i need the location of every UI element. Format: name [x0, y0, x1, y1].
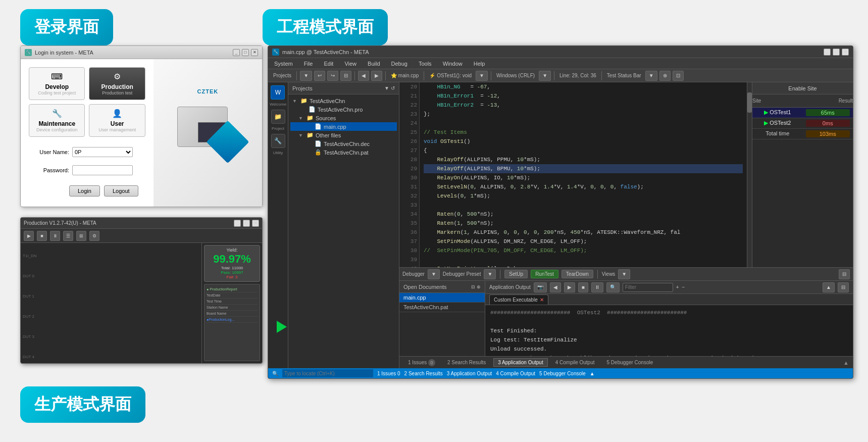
site-status-panel: Enable Site Site Result ▶ OSTest1: [752, 82, 853, 267]
tree-item-root[interactable]: ▼ 📁 TestActiveChn: [290, 96, 397, 105]
btab-debugger-console[interactable]: 5 Debugger Console: [602, 358, 658, 367]
login-close-btn[interactable]: ✕: [251, 49, 258, 56]
menu-view[interactable]: View: [342, 60, 359, 68]
output-area[interactable]: ######################## OSTest2 #######…: [485, 305, 853, 356]
login-button[interactable]: Login: [69, 185, 100, 197]
nav-project-btn[interactable]: 📁: [271, 110, 285, 124]
toolbar-filter-btn[interactable]: ▼: [300, 71, 312, 81]
custom-exec-tab[interactable]: Custom Executable ✕: [489, 294, 548, 305]
prod-minimize-btn[interactable]: _: [234, 220, 241, 227]
locate-input[interactable]: [282, 369, 373, 377]
tree-item-sources[interactable]: ▼ 📁 Sources: [290, 114, 397, 122]
doc-item-pat[interactable]: TestActiveChn.pat: [399, 303, 485, 312]
tree-item-others[interactable]: ▼ 📁 Other files: [290, 131, 397, 139]
eng-maximize-btn[interactable]: □: [833, 48, 840, 56]
output-pause-btn[interactable]: ⏸: [591, 282, 603, 292]
prod-settings-btn[interactable]: ⚙: [89, 231, 99, 241]
develop-button[interactable]: ⌨ Develop Coding test project: [29, 67, 85, 100]
prod-maximize-btn[interactable]: □: [243, 220, 250, 227]
output-prev-btn[interactable]: ◀: [550, 282, 561, 292]
tree-item-pat[interactable]: 🔒 TestActiveChn.pat: [290, 148, 397, 157]
btab-search[interactable]: 2 Search Results: [443, 358, 490, 367]
engineering-toolbar: Projects ▼ ↩ ↪ ⊟ ◀ ▶ ⭐ main.cpp ⚡ OSTest…: [268, 69, 853, 82]
output-dock-btn[interactable]: ⊟: [838, 282, 849, 292]
site-row-2[interactable]: ▶ OSTest2 0ms: [752, 118, 853, 129]
menu-tools[interactable]: Tools: [417, 60, 434, 68]
prod-grid-btn[interactable]: ⊞: [76, 231, 86, 241]
toolbar-nav-right[interactable]: ▶: [371, 71, 382, 81]
teardown-button[interactable]: TearDown: [561, 270, 593, 278]
output-minus-btn[interactable]: −: [682, 284, 685, 290]
btab-app-output[interactable]: 3 Application Output: [493, 358, 548, 367]
output-stop-btn[interactable]: ■: [578, 282, 588, 292]
setup-button[interactable]: SetUp: [504, 270, 528, 278]
menu-file[interactable]: File: [302, 60, 315, 68]
logout-button[interactable]: Logout: [104, 185, 138, 197]
output-filter-input[interactable]: [623, 283, 673, 292]
doc-item-maincpp[interactable]: main.cpp: [399, 293, 485, 303]
toolbar-func-dropdown[interactable]: ▼: [476, 71, 488, 81]
menu-window[interactable]: Window: [441, 60, 465, 68]
btab-issues[interactable]: 1 Issues 0: [403, 358, 440, 368]
menu-build[interactable]: Build: [366, 60, 382, 68]
btab-compile[interactable]: 4 Compile Output: [551, 358, 599, 367]
login-maximize-btn[interactable]: □: [242, 49, 249, 56]
eng-minimize-btn[interactable]: _: [824, 48, 831, 56]
projects-filter-btn[interactable]: ▼: [384, 85, 389, 91]
docs-close-btn[interactable]: ⊕: [477, 284, 481, 289]
site-row-1[interactable]: ▶ OSTest1 65ms: [752, 108, 853, 118]
toolbar-back-btn[interactable]: ↩: [314, 71, 325, 81]
toolbar-close-tab[interactable]: ⊕: [659, 71, 671, 81]
runtest-button[interactable]: RunTest: [531, 270, 558, 278]
status-search-icon[interactable]: 🔍: [272, 371, 278, 376]
views-dropdown[interactable]: ▼: [618, 269, 630, 279]
toolbar-dock-btn[interactable]: ⊟: [340, 71, 351, 81]
debugger-preset-dropdown[interactable]: ▼: [484, 269, 496, 279]
prod-stop-btn[interactable]: ■: [37, 231, 47, 241]
output-search-btn[interactable]: 🔍: [606, 282, 620, 292]
tree-item-pro[interactable]: 📄 TestActiveChn.pro: [290, 105, 397, 114]
menu-edit[interactable]: Edit: [322, 60, 335, 68]
output-cam-btn[interactable]: 📷: [534, 282, 547, 292]
projects-sync-btn[interactable]: ↺: [391, 85, 395, 91]
username-select[interactable]: 0P: [72, 147, 133, 157]
menu-help[interactable]: Help: [472, 60, 487, 68]
prod-pause-btn[interactable]: ⏸: [50, 231, 60, 241]
login-title: Login in system - META: [35, 50, 93, 56]
editor-scrollbar-thumb[interactable]: [747, 92, 752, 113]
output-expand-btn[interactable]: ▲: [823, 282, 835, 292]
toolbar-status-dropdown[interactable]: ▼: [645, 71, 657, 81]
user-button[interactable]: 👤 User User management: [89, 104, 145, 137]
tree-item-dec[interactable]: 📄 TestActiveChn.dec: [290, 139, 397, 148]
toolbar-fwd-btn[interactable]: ↪: [327, 71, 338, 81]
nav-welcome-btn[interactable]: W: [271, 85, 285, 100]
debugger-dropdown[interactable]: ▼: [428, 269, 440, 279]
code-editor[interactable]: 2021222324 2526272829 3031323334 3536373…: [399, 82, 752, 267]
toolbar-nav-left[interactable]: ◀: [358, 71, 369, 81]
editor-scrollbar[interactable]: [747, 82, 752, 267]
custom-exec-close[interactable]: ✕: [540, 297, 544, 303]
production-sub: Production test: [92, 90, 141, 95]
toolbar-enc-dropdown[interactable]: ▼: [539, 71, 551, 81]
nav-utility-btn[interactable]: 🔧: [271, 134, 285, 148]
login-minimize-btn[interactable]: _: [233, 49, 240, 56]
production-button[interactable]: ⚙ Production Production test: [89, 67, 145, 100]
docs-dock-btn[interactable]: ⊟: [471, 284, 475, 289]
maintenance-button[interactable]: 🔧 Maintenance Device configuration: [29, 104, 85, 137]
prod-close-btn[interactable]: ✕: [252, 220, 259, 227]
prod-play-btn[interactable]: ▶: [24, 231, 34, 241]
menu-debug[interactable]: Debug: [389, 60, 410, 68]
status-arrow-up[interactable]: ▲: [590, 371, 595, 376]
output-run-btn[interactable]: ▶: [564, 282, 575, 292]
tree-item-maincpp[interactable]: 📄 main.cpp: [290, 122, 397, 131]
btab-up-arrow[interactable]: ▲: [843, 360, 849, 366]
report-item-5: Board Name: [207, 311, 258, 317]
prod-list-btn[interactable]: ☰: [63, 231, 73, 241]
password-input[interactable]: [72, 165, 133, 175]
output-plus-btn[interactable]: +: [676, 284, 679, 290]
code-content[interactable]: HB1n_NG = -67, HB1n_Error1 = -12, HB1n_E…: [420, 82, 747, 267]
output-close-btn[interactable]: ⊟: [839, 269, 850, 279]
toolbar-dock2[interactable]: ⊡: [673, 71, 684, 81]
menu-system[interactable]: System: [272, 60, 295, 68]
eng-close-btn[interactable]: ✕: [842, 48, 849, 56]
